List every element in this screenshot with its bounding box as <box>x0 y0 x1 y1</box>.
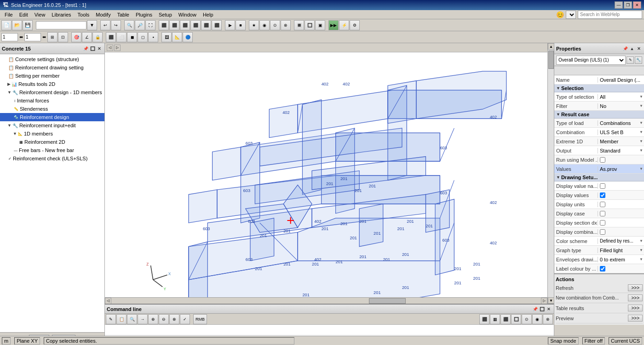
display-value-name-value[interactable] <box>598 183 644 189</box>
menu-window[interactable]: Window <box>176 11 199 18</box>
display-section-dx-value[interactable] <box>598 220 644 226</box>
tree-item-11[interactable]: — Free bars - New free bar <box>0 146 104 154</box>
tb-btn-15[interactable]: ▣ <box>315 20 325 30</box>
tb-save[interactable]: 💾 <box>23 20 33 30</box>
webhelp-search[interactable] <box>578 11 642 19</box>
preview-button[interactable]: >>> <box>628 315 643 322</box>
status-filter-off[interactable]: Filter off <box>582 337 605 345</box>
tree-item-6[interactable]: 📏 Slenderness <box>0 105 104 113</box>
tb-btn-16[interactable]: ⚡ <box>339 20 349 30</box>
display-section-dx-checkbox[interactable] <box>600 220 605 226</box>
cmd-tb-8[interactable]: ✓ <box>180 314 190 324</box>
tb-btn-5[interactable]: ⬛ <box>201 20 211 30</box>
menu-libraries[interactable]: Libraries <box>49 11 74 18</box>
tb-btn-13[interactable]: 🔳 <box>294 20 304 30</box>
tb-btn-4[interactable]: ⬛ <box>190 20 201 30</box>
cmd-tb-right-3[interactable]: ⬛ <box>500 314 511 324</box>
menu-file[interactable]: File <box>2 11 16 18</box>
tree-item-9[interactable]: ▼ 📐 1D members <box>0 130 104 138</box>
tb-undo[interactable]: ↩ <box>100 20 110 30</box>
drawing-setup-collapse[interactable]: ▼ <box>556 175 560 180</box>
display-units-value[interactable] <box>598 202 644 207</box>
menu-modify[interactable]: Modify <box>93 11 113 18</box>
tb-view-btn-1[interactable]: 🖼 <box>161 32 172 42</box>
tb-btn-12[interactable]: ⊗ <box>281 20 291 30</box>
tb-input-2[interactable] <box>24 33 41 41</box>
tree-item-4[interactable]: ▼ 🔧 Reinforcement design - 1D members <box>0 88 104 96</box>
cmd-tb-2[interactable]: 📋 <box>116 314 126 324</box>
tb-grid-btn[interactable]: ⊡ <box>58 32 68 42</box>
scroll-left-btn[interactable]: ◁ <box>105 298 111 304</box>
cmd-tb-7[interactable]: ⊗ <box>169 314 179 324</box>
tb-view-btn-2[interactable]: 📐 <box>172 32 182 42</box>
menu-table[interactable]: Table <box>115 11 132 18</box>
filter-value[interactable]: No ▼ <box>598 103 644 109</box>
left-panel-float[interactable]: 🔲 <box>89 45 96 52</box>
cmd-tb-1[interactable]: ✎ <box>106 314 116 324</box>
tree-item-10[interactable]: ▦ Reinforcement 2D <box>0 138 104 146</box>
menu-tools[interactable]: Tools <box>75 11 92 18</box>
scroll-right-btn[interactable]: ▷ <box>541 298 547 304</box>
refresh-button[interactable]: >>> <box>628 284 643 291</box>
cmd-tb-right-4[interactable]: 🔲 <box>511 314 521 324</box>
props-pin[interactable]: 📌 <box>622 45 628 52</box>
label-colour-checkbox[interactable] <box>600 266 605 271</box>
tb-layer-btn-2[interactable]: ⬜ <box>116 32 126 42</box>
output-value[interactable]: Standard ▼ <box>598 148 644 153</box>
close-button[interactable]: ✕ <box>633 1 641 9</box>
viewport-prev[interactable]: ◁ <box>107 45 113 51</box>
type-of-selection-value[interactable]: All ▼ <box>598 94 644 100</box>
display-values-value[interactable] <box>598 192 644 198</box>
tb-btn-9[interactable]: ★ <box>249 20 259 30</box>
cmd-tb-right-2[interactable]: ▦ <box>490 314 500 324</box>
menu-help[interactable]: Help <box>200 11 216 18</box>
smiley-dropdown[interactable] <box>566 11 576 19</box>
tb-zoom-all[interactable]: ⛶ <box>145 20 155 30</box>
cmd-tb-right-1[interactable]: ⬛ <box>479 314 489 324</box>
tb-btn-1[interactable]: ⬛ <box>159 20 169 30</box>
props-float[interactable]: ▲ <box>629 45 635 52</box>
selection-collapse[interactable]: ▼ <box>556 86 560 90</box>
cmd-tb-right-6[interactable]: ◉ <box>532 314 542 324</box>
props-main-dropdown[interactable]: Overall Design (ULS) (1) ✎ 🔧 <box>554 54 644 66</box>
type-of-load-value[interactable]: Combinations ▼ <box>598 120 644 126</box>
tb-btn-8[interactable]: ■ <box>236 20 246 30</box>
props-close[interactable]: ✕ <box>636 45 642 52</box>
tb-layer-btn-1[interactable]: ⬛ <box>106 32 116 42</box>
tree-item-8[interactable]: ▼ 🔧 Reinforcement input+edit <box>0 121 104 130</box>
tree-item-1[interactable]: 📋 Reinforcement drawing setting <box>0 63 104 72</box>
tb-btn-10[interactable]: ◉ <box>259 20 270 30</box>
tb-zoom-out[interactable]: 🔎 <box>135 20 145 30</box>
tb-new[interactable]: 📄 <box>1 20 12 30</box>
tb-zoom-in[interactable]: 🔍 <box>124 20 134 30</box>
tree-item-5[interactable]: ↕ Internal forces <box>0 96 104 105</box>
result-case-collapse[interactable]: ▼ <box>556 112 560 117</box>
cmd-tb-right-5[interactable]: ⊙ <box>522 314 532 324</box>
tb-layer-btn-4[interactable]: ◻ <box>138 32 148 42</box>
tb-lock-btn[interactable]: 🔒 <box>92 32 103 42</box>
tb-layer-btn-3[interactable]: ◼ <box>127 32 137 42</box>
minimize-button[interactable]: — <box>615 1 623 9</box>
tb-btn-14[interactable]: 🔲 <box>305 20 315 30</box>
menu-plugins[interactable]: Plugins <box>133 11 155 18</box>
cmd-tb-right-7[interactable]: ⊗ <box>543 314 553 324</box>
menu-view[interactable]: View <box>32 11 48 18</box>
props-icon-1[interactable]: ✎ <box>627 57 634 64</box>
cmd-pin[interactable]: 📌 <box>532 306 538 312</box>
bottom-scrollbar[interactable]: ◁ ▷ <box>105 297 547 304</box>
graph-type-value[interactable]: Filled light ▼ <box>598 248 644 253</box>
label-colour-value[interactable] <box>598 266 644 271</box>
cmd-tb-4[interactable]: → <box>138 314 148 324</box>
tree-item-12[interactable]: ✓ Reinforcement check (ULS+SLS) <box>0 154 104 163</box>
canvas-vertical-scrollbar[interactable]: ▲ ▼ <box>547 43 554 304</box>
menu-edit[interactable]: Edit <box>17 11 31 18</box>
tb-angle-btn[interactable]: ∠ <box>82 32 92 42</box>
tb-redo[interactable]: ↪ <box>111 20 121 30</box>
run-using-value[interactable] <box>598 157 644 163</box>
extreme-1d-value[interactable]: Member ▼ <box>598 139 644 144</box>
cmd-tb-6[interactable]: ⊖ <box>159 314 169 324</box>
combination-value[interactable]: ULS Set B ▼ <box>598 130 644 135</box>
restore-button[interactable]: ❐ <box>624 1 632 9</box>
envelopes-value[interactable]: 0 to extrem ▼ <box>598 257 644 262</box>
menu-setup[interactable]: Setup <box>156 11 175 18</box>
